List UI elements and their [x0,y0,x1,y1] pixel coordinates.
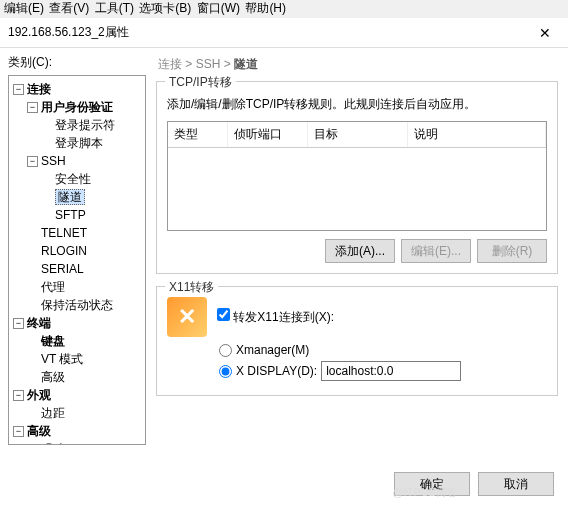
col-type: 类型 [168,122,228,147]
menu-tabs[interactable]: 选项卡(B) [139,1,191,15]
tree-serial[interactable]: SERIAL [41,262,84,276]
breadcrumb: 连接 > SSH > 隧道 [158,56,558,73]
tree-login-script[interactable]: 登录脚本 [55,136,103,150]
toggle-icon[interactable]: − [13,84,24,95]
x11-group: X11转移 ✕ 转发X11连接到(X): Xmanager(M) X DISPL… [156,286,558,396]
xdisplay-radio[interactable] [219,365,232,378]
col-target: 目标 [308,122,408,147]
menu-tools[interactable]: 工具(T) [95,1,134,15]
titlebar: 192.168.56.123_2属性 ✕ [0,18,568,48]
col-port: 侦听端口 [228,122,308,147]
tree-keyboard[interactable]: 键盘 [41,334,65,348]
tree-telnet[interactable]: TELNET [41,226,87,240]
add-button[interactable]: 添加(A)... [325,239,395,263]
xdisplay-radio-row[interactable]: X DISPLAY(D): [219,361,547,381]
category-label: 类别(C): [8,54,146,71]
toggle-icon[interactable]: − [27,156,38,167]
close-icon[interactable]: ✕ [530,25,560,41]
menubar: 编辑(E) 查看(V) 工具(T) 选项卡(B) 窗口(W) 帮助(H) [0,0,568,18]
tree-auth[interactable]: 用户身份验证 [41,100,113,114]
tree-security[interactable]: 安全性 [55,172,91,186]
menu-window[interactable]: 窗口(W) [197,1,240,15]
x11-forward-check[interactable]: 转发X11连接到(X): [217,308,334,326]
tree-login-prompt[interactable]: 登录提示符 [55,118,115,132]
x11-forward-checkbox[interactable] [217,308,230,321]
xdisplay-input[interactable] [321,361,461,381]
toggle-icon[interactable]: − [13,426,24,437]
x11-title: X11转移 [165,279,218,296]
tree-vt[interactable]: VT 模式 [41,352,83,366]
tree-keepalive[interactable]: 保持活动状态 [41,298,113,312]
window-title: 192.168.56.123_2属性 [8,24,530,41]
tree-connection[interactable]: 连接 [27,82,51,96]
tree-adv1[interactable]: 高级 [41,370,65,384]
menu-edit[interactable]: 编辑(E) [4,1,44,15]
tcp-group: TCP/IP转移 添加/编辑/删除TCP/IP转移规则。此规则连接后自动应用。 … [156,81,558,274]
xmanager-radio[interactable] [219,344,232,357]
tcp-table[interactable]: 类型 侦听端口 目标 说明 [167,121,547,231]
col-desc: 说明 [408,122,546,147]
tree-advanced[interactable]: 高级 [27,424,51,438]
ok-button[interactable]: 确定 [394,472,470,496]
tree-appearance[interactable]: 外观 [27,388,51,402]
x11-icon: ✕ [167,297,207,337]
tree-terminal[interactable]: 终端 [27,316,51,330]
toggle-icon[interactable]: − [13,318,24,329]
menu-view[interactable]: 查看(V) [49,1,89,15]
menu-help[interactable]: 帮助(H) [245,1,286,15]
tree-sftp[interactable]: SFTP [55,208,86,222]
tree-rlogin[interactable]: RLOGIN [41,244,87,258]
tcp-title: TCP/IP转移 [165,74,236,91]
tree-tunnel[interactable]: 隧道 [55,189,85,205]
tree-trace[interactable]: 跟踪 [41,442,65,445]
toggle-icon[interactable]: − [27,102,38,113]
tree-margin[interactable]: 边距 [41,406,65,420]
tree-proxy[interactable]: 代理 [41,280,65,294]
tcp-desc: 添加/编辑/删除TCP/IP转移规则。此规则连接后自动应用。 [167,96,547,113]
toggle-icon[interactable]: − [13,390,24,401]
xmanager-radio-row[interactable]: Xmanager(M) [219,343,547,357]
cancel-button[interactable]: 取消 [478,472,554,496]
category-tree[interactable]: −连接 −用户身份验证 登录提示符 登录脚本 −SSH 安全性 隧道 [8,75,146,445]
tree-ssh[interactable]: SSH [41,154,66,168]
delete-button[interactable]: 删除(R) [477,239,547,263]
edit-button[interactable]: 编辑(E)... [401,239,471,263]
